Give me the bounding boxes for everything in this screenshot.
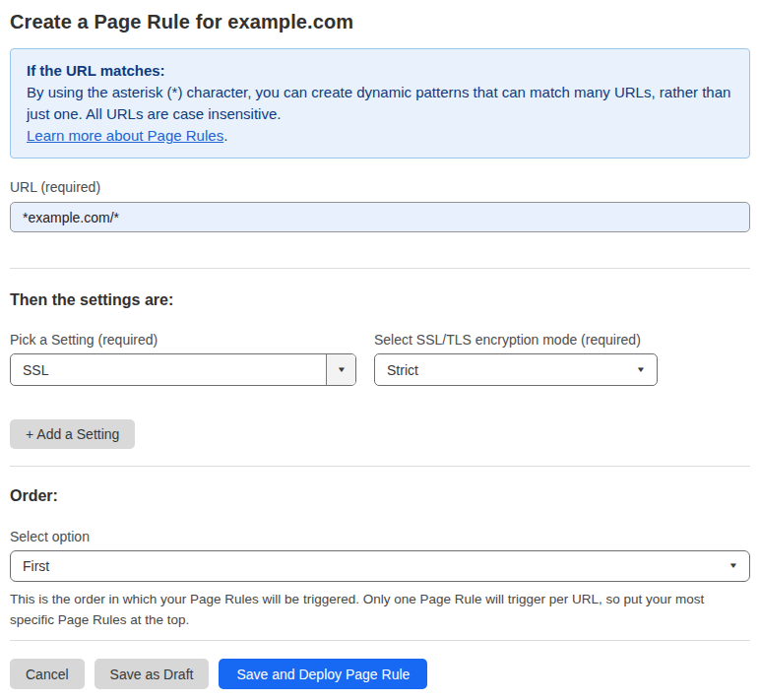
learn-more-link[interactable]: Learn more about Page Rules	[27, 127, 223, 144]
url-input[interactable]	[10, 202, 750, 232]
link-suffix: .	[223, 127, 227, 144]
save-deploy-button[interactable]: Save and Deploy Page Rule	[219, 659, 427, 689]
add-setting-button[interactable]: + Add a Setting	[10, 419, 135, 449]
ssl-mode-label: Select SSL/TLS encryption mode (required…	[374, 332, 658, 348]
cancel-button[interactable]: Cancel	[10, 659, 85, 689]
ssl-mode-column: Select SSL/TLS encryption mode (required…	[374, 332, 658, 386]
order-help-text: This is the order in which your Page Rul…	[10, 589, 750, 630]
order-select-value: First	[11, 551, 749, 581]
order-section-heading: Order:	[10, 487, 750, 505]
setting-picker-column: Pick a Setting (required) SSL ▼	[10, 332, 356, 386]
info-box-body: By using the asterisk (*) character, you…	[27, 82, 733, 125]
footer-actions: Cancel Save as Draft Save and Deploy Pag…	[10, 659, 750, 689]
divider	[10, 268, 750, 269]
order-select-label: Select option	[10, 529, 750, 544]
setting-picker-arrow-button[interactable]: ▼	[326, 354, 355, 385]
chevron-down-icon: ▼	[336, 366, 346, 374]
url-match-info-box: If the URL matches: By using the asteris…	[10, 48, 750, 159]
save-draft-button[interactable]: Save as Draft	[95, 659, 210, 689]
ssl-mode-arrow: ▼	[637, 366, 645, 374]
settings-row: Pick a Setting (required) SSL ▼ Select S…	[10, 332, 750, 386]
setting-picker-select[interactable]: SSL ▼	[10, 353, 356, 386]
page-rule-form: Create a Page Rule for example.com If th…	[0, 9, 760, 689]
setting-picker-value: SSL	[11, 354, 326, 385]
order-select-arrow: ▼	[729, 562, 737, 570]
info-box-heading: If the URL matches:	[27, 60, 733, 82]
url-field-label: URL (required)	[10, 179, 750, 195]
page-title: Create a Page Rule for example.com	[10, 9, 750, 34]
ssl-mode-value: Strict	[375, 354, 657, 385]
divider	[10, 466, 750, 467]
info-box-link-line: Learn more about Page Rules.	[27, 125, 733, 147]
setting-picker-label: Pick a Setting (required)	[10, 332, 356, 348]
settings-section-heading: Then the settings are:	[10, 291, 750, 309]
chevron-down-icon: ▼	[636, 366, 646, 374]
order-select[interactable]: First ▼	[10, 550, 750, 582]
chevron-down-icon: ▼	[728, 562, 738, 570]
ssl-mode-select[interactable]: Strict ▼	[374, 353, 658, 386]
divider	[10, 640, 750, 641]
